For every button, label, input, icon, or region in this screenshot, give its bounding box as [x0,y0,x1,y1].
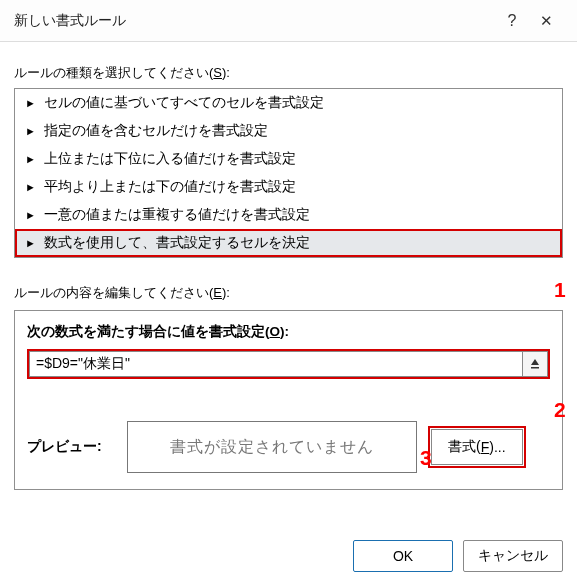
dialog-title: 新しい書式ルール [14,12,495,30]
rule-type-item[interactable]: ► 上位または下位に入る値だけを書式設定 [15,145,562,173]
formula-input-row [27,349,550,379]
bullet-icon: ► [25,182,36,193]
accelerator: F [481,439,490,455]
format-button[interactable]: 書式(F)... [431,429,523,465]
cancel-button[interactable]: キャンセル [463,540,563,572]
label-text: ルールの種類を選択してください( [14,65,213,80]
dialog-content: ルールの種類を選択してください(S): ► セルの値に基づいてすべてのセルを書式… [0,42,577,500]
rule-type-label: ルールの種類を選択してください(S): [14,64,563,82]
label-text: ): [280,324,289,339]
svg-rect-0 [531,367,539,369]
formula-input[interactable] [29,351,522,377]
bullet-icon: ► [25,154,36,165]
accelerator: E [213,285,222,300]
edit-content-label: ルールの内容を編集してください(E): [14,284,563,302]
preview-row: プレビュー: 書式が設定されていません 書式(F)... [27,421,550,473]
bullet-icon: ► [25,210,36,221]
rule-type-text: 一意の値または重複する値だけを書式設定 [44,206,310,224]
rule-type-item-selected[interactable]: ► 数式を使用して、書式設定するセルを決定 [15,229,562,257]
rule-type-item[interactable]: ► 指定の値を含むセルだけを書式設定 [15,117,562,145]
button-text: )... [489,439,505,455]
collapse-dialog-icon[interactable] [522,351,548,377]
accelerator: S [213,65,222,80]
rule-type-item[interactable]: ► 一意の値または重複する値だけを書式設定 [15,201,562,229]
rule-type-text: 指定の値を含むセルだけを書式設定 [44,122,268,140]
dialog-buttons: OK キャンセル [353,540,563,572]
rule-type-text: 数式を使用して、書式設定するセルを決定 [44,234,310,252]
preview-box: 書式が設定されていません [127,421,417,473]
label-text: ): [222,285,230,300]
annotation-3: 3 [420,446,432,470]
rule-type-text: 上位または下位に入る値だけを書式設定 [44,150,296,168]
label-text: ): [222,65,230,80]
label-text: 次の数式を満たす場合に値を書式設定( [27,324,270,339]
bullet-icon: ► [25,126,36,137]
rule-type-text: セルの値に基づいてすべてのセルを書式設定 [44,94,324,112]
preview-label: プレビュー: [27,438,113,456]
annotation-2: 2 [554,398,566,422]
rule-type-item[interactable]: ► 平均より上または下の値だけを書式設定 [15,173,562,201]
titlebar: 新しい書式ルール ? ✕ [0,0,577,42]
ok-button[interactable]: OK [353,540,453,572]
label-text: ルールの内容を編集してください( [14,285,213,300]
bullet-icon: ► [25,98,36,109]
accelerator: O [270,324,281,339]
annotation-1: 1 [554,278,566,302]
rule-edit-box: 次の数式を満たす場合に値を書式設定(O): プレビュー: 書式が設定されていませ… [14,310,563,490]
rule-type-item[interactable]: ► セルの値に基づいてすべてのセルを書式設定 [15,89,562,117]
help-icon[interactable]: ? [495,12,529,30]
formula-label: 次の数式を満たす場合に値を書式設定(O): [27,323,550,341]
rule-type-list: ► セルの値に基づいてすべてのセルを書式設定 ► 指定の値を含むセルだけを書式設… [14,88,563,258]
button-text: 書式( [448,438,481,456]
close-icon[interactable]: ✕ [529,12,563,30]
rule-type-text: 平均より上または下の値だけを書式設定 [44,178,296,196]
bullet-icon: ► [25,238,36,249]
